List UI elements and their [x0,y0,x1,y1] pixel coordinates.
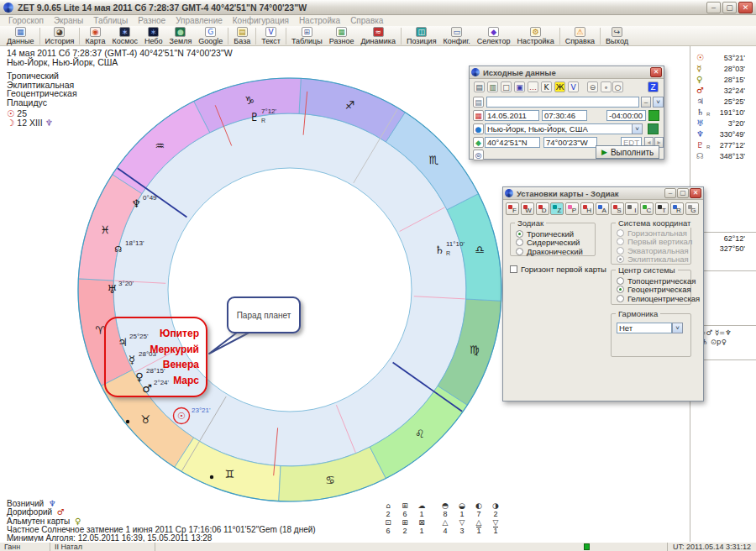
toolbar-button-base[interactable]: ▤База [230,27,254,45]
toolbar-button-config[interactable]: ▭Конфиг. [440,27,474,45]
system-center-option-3[interactable]: Гелиоцентрическая [617,294,690,303]
radio-icon[interactable] [617,295,624,302]
settings-tab-D[interactable]: D [536,202,549,215]
ellipsis-icon[interactable]: … [528,81,538,92]
saturn-longitude: 191°10' [720,108,745,117]
execute-button[interactable]: ▶ Выполнить [596,145,659,159]
event-minus-button[interactable]: – [641,97,651,108]
settings-tab-G[interactable]: G [685,202,699,215]
maximize-button[interactable]: ▢ [722,2,737,13]
horizon-checkbox[interactable] [510,265,517,273]
radio-icon[interactable] [617,286,624,293]
harmonic-dropdown-button[interactable]: ˅ [672,323,683,333]
planet-neptune[interactable]: ♆ [131,197,141,210]
menu-item-8[interactable]: Справка [345,16,388,25]
mc-value: 327°50' [720,244,745,253]
new-file-icon[interactable]: □ [501,81,512,92]
settings-tab-T[interactable]: T [655,202,669,215]
place-dropdown-button[interactable]: ˅ [632,123,643,134]
zodiac-option-2[interactable]: Сидерический [516,239,595,248]
toolbar-button-misc[interactable]: ▦Разное [326,27,358,45]
settings-tab-Z[interactable]: Z [550,202,564,215]
z-icon[interactable]: Z [648,81,659,92]
menu-item-3[interactable]: Таблицы [88,16,133,25]
settings-tab-A[interactable]: A [596,202,609,215]
date-input[interactable]: 14.05.2011 [485,110,539,121]
source-data-titlebar[interactable]: Исходные данные ✕ [470,66,664,79]
zodiac-option-1[interactable]: Тропический [516,229,595,239]
toolbar-button-tables[interactable]: ⊞Таблицы [288,27,326,45]
paste-icon[interactable]: ▥ [487,81,498,92]
settings-tab-W[interactable]: W [521,202,534,215]
toolbar-button-google[interactable]: GGoogle [195,27,226,45]
toolbar-button-selector[interactable]: ◆Селектор [474,27,514,45]
toolbar-button-text[interactable]: VТекст [258,27,284,45]
toolbar-button-cosmos[interactable]: ∗Космос [109,27,141,45]
zh-icon[interactable]: Ж [554,81,565,92]
k-icon[interactable]: K [541,81,552,92]
atlas-button[interactable] [648,123,659,134]
close-button[interactable]: ✕ [738,2,753,13]
toolbar-button-exit[interactable]: ↪Выход [602,27,632,45]
menu-item-5[interactable]: Управление [171,16,228,25]
sign-glyph-taurus: ♉ [140,413,150,426]
planet-sun[interactable]: ☉ [177,411,186,422]
radio-icon[interactable] [617,277,624,285]
toolbar-button-settings[interactable]: ⚙Настройка [513,27,557,45]
settings-minimize-button[interactable]: – [664,188,676,198]
planet-node[interactable]: ☊ [115,244,123,254]
toolbar-button-dynamics[interactable]: ≈Динамика [357,27,398,45]
toolbar-button-position[interactable]: ◫Позиция [403,27,440,45]
radio-icon[interactable] [516,248,523,255]
horizon-checkbox-row[interactable]: Горизонт первой карты [510,265,606,274]
toolbar-button-chart[interactable]: ◉Карта [81,27,108,45]
menu-item-2[interactable]: Экраны [49,16,88,25]
toolbar-button-help[interactable]: ⚠Справка [562,27,598,45]
menu-item-6[interactable]: Конфигурация [228,16,294,25]
settings-close-button[interactable]: ✕ [690,188,701,198]
settings-tab-H[interactable]: H [580,202,594,215]
now-button[interactable] [648,110,659,121]
toolbar-button-history[interactable]: ◕История [42,27,78,45]
settings-tab-F[interactable]: F [506,202,519,215]
radio-icon[interactable] [516,239,523,246]
latitude-input[interactable]: 40°42'51"N [485,137,540,148]
settings-maximize-button[interactable]: ▢ [677,188,689,198]
toolbar-button-sky[interactable]: ∗Небо [141,27,166,45]
menu-item-7[interactable]: Настройка [294,16,345,25]
source-data-close-button[interactable]: ✕ [650,67,662,77]
settings-tab-I[interactable]: I [625,202,638,215]
settings-tab-P[interactable]: P [565,202,579,215]
system-center-label: Геоцентрическая [627,285,691,294]
planet-saturn[interactable]: ♄ [434,244,444,256]
menu-item-4[interactable]: Разное [133,16,171,25]
time-input[interactable]: 07:30:46 [542,110,587,121]
zet-logo-icon[interactable]: V [568,81,579,92]
settings-tab-C[interactable]: C [640,202,654,215]
settings-tab-S[interactable]: S [611,202,624,215]
event-name-input[interactable] [486,97,639,108]
small-circle-icon[interactable]: ∘ [601,81,612,92]
longitude-input[interactable]: 74°00'23"W [543,137,597,148]
chart-settings-titlebar[interactable]: Установки карты - Зодиак – ▢ ✕ [503,187,703,200]
tab-glyph-icon [627,205,632,209]
system-center-option-2[interactable]: Геоцентрическая [617,286,690,295]
radio-icon[interactable] [516,230,523,238]
copy-icon[interactable]: ▤ [474,81,485,92]
planet-pluto[interactable]: ♇ [249,111,260,123]
theta-icon[interactable]: ⊖ [587,81,598,92]
toolbar-button-data[interactable]: ▦Данные [3,27,38,45]
timezone-input[interactable]: -04:00:00 [606,110,646,121]
planet-uranus[interactable]: ♅ [107,283,117,296]
place-combo[interactable]: Нью-Йорк, Нью-Йорк, США [485,123,643,134]
save-icon[interactable]: ▣ [514,81,525,92]
big-circle-icon[interactable]: ○ [612,81,623,92]
system-center-option-1[interactable]: Топоцентрическая [617,276,690,286]
event-dropdown-button[interactable]: ˅ [653,97,664,108]
zodiac-option-3[interactable]: Драконический [516,247,595,256]
minimize-button[interactable]: – [706,2,721,13]
settings-tab-R[interactable]: R [670,202,684,215]
harmonic-select[interactable]: Нет [617,323,672,333]
menu-item-1[interactable]: Гороскоп [3,16,49,25]
toolbar-button-earth[interactable]: ●Земля [166,27,196,45]
